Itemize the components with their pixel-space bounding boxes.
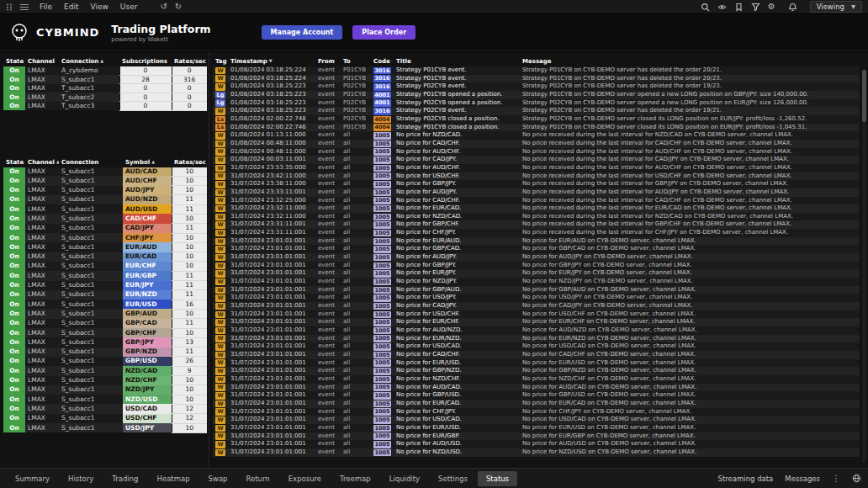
events-col-timestamp[interactable]: Timestamp▼ — [228, 57, 315, 66]
event-row[interactable]: Lg01/08/2024 03:18:25:223eventP01CYB4001… — [213, 91, 860, 99]
subscription-row[interactable]: OnLMAXS_subacc1GBP/CHF10 — [3, 328, 207, 337]
event-row[interactable]: W31/07/2024 23:01:01:001eventall1005No p… — [213, 278, 860, 286]
event-row[interactable]: W31/07/2024 23:01:01:001eventall1005No p… — [213, 440, 860, 448]
place-order-button[interactable]: Place Order — [352, 25, 415, 40]
streaming-data-label[interactable]: Streaming data — [718, 475, 774, 483]
event-row[interactable]: W31/07/2024 23:01:01:001eventall1005No p… — [213, 416, 860, 424]
event-row[interactable]: W31/07/2024 23:01:01:001eventall1005No p… — [213, 432, 860, 441]
event-row[interactable]: W31/07/2024 23:01:01:001eventall1005No p… — [213, 253, 860, 262]
subscription-row[interactable]: OnLMAXS_subacc1USD/CAD12 — [3, 404, 207, 413]
connections-col-channel[interactable]: Channel — [25, 57, 59, 66]
event-row[interactable]: W31/07/2024 23:01:01:001eventall1005No p… — [213, 375, 860, 384]
gear-icon[interactable]: ⚙ — [768, 3, 775, 11]
event-row[interactable]: W31/07/2024 23:01:01:001eventall1005No p… — [213, 310, 860, 319]
subscription-row[interactable]: OnLMAXS_subacc1NZD/CHF10 — [3, 376, 207, 385]
event-row[interactable]: W31/07/2024 23:01:01:001eventall1005No p… — [213, 302, 860, 310]
eye-icon[interactable] — [717, 3, 727, 12]
subscription-row[interactable]: OnLMAXS_subacc1EUR/GBP11 — [3, 271, 207, 280]
connection-row[interactable]: OnLMAXS_subacc128316 — [3, 75, 207, 84]
event-row[interactable]: W31/07/2024 23:01:01:001eventall1005No p… — [213, 262, 860, 270]
subscription-row[interactable]: OnLMAXS_subacc1AUD/USD11 — [3, 204, 207, 214]
globe-icon[interactable] — [852, 474, 861, 483]
event-row[interactable]: W01/08/2024 03:18:25:223eventP02CYB3016S… — [213, 82, 860, 91]
event-row[interactable]: W01/08/2024 00:48:11:000eventall1005No p… — [213, 148, 860, 156]
subscription-row[interactable]: OnLMAXS_subacc1NZD/JPY10 — [3, 385, 207, 395]
event-row[interactable]: W31/07/2024 23:01:01:001eventall1005No p… — [213, 318, 860, 326]
event-row[interactable]: W31/07/2024 23:01:01:001eventall1005No p… — [213, 359, 860, 368]
event-row[interactable]: W31/07/2024 23:01:01:001eventall1005No p… — [213, 245, 860, 253]
event-row[interactable]: W01/08/2024 03:18:25:223eventP02CYB3016S… — [213, 107, 860, 115]
viewing-dropdown[interactable]: Viewing ▾ — [810, 1, 862, 13]
tab-swap[interactable]: Swap — [200, 471, 236, 486]
tab-heatmap[interactable]: Heatmap — [149, 471, 198, 486]
subscription-row[interactable]: OnLMAXS_subacc1EUR/AUD10 — [3, 242, 207, 252]
subscriptions-col-ratessec[interactable]: Rates/sec — [172, 158, 207, 167]
subscription-row[interactable]: OnLMAXS_subacc1USD/JPY10 — [3, 423, 207, 432]
tab-summary[interactable]: Summary — [7, 471, 58, 486]
tab-status[interactable]: Status — [478, 471, 517, 486]
event-row[interactable]: W31/07/2024 23:33:11:001eventall1005No p… — [213, 188, 860, 197]
dots-grid-icon[interactable] — [6, 3, 13, 12]
event-row[interactable]: W31/07/2024 23:01:01:001eventall1005No p… — [213, 408, 860, 416]
tab-treemap[interactable]: Treemap — [331, 471, 379, 486]
connections-col-subscriptions[interactable]: Subscriptions — [119, 57, 172, 66]
subscription-row[interactable]: OnLMAXS_subacc1GBP/AUD10 — [3, 309, 207, 318]
menu-file[interactable]: File — [40, 3, 52, 11]
event-row[interactable]: W31/07/2024 23:32:11:000eventall1005No p… — [213, 213, 860, 221]
bookmark-icon[interactable] — [734, 3, 744, 12]
bell-icon[interactable] — [788, 3, 797, 12]
event-row[interactable]: W31/07/2024 23:32:11:000eventall1005No p… — [213, 204, 860, 213]
connection-row[interactable]: OnLMAXT_subacc200 — [3, 93, 207, 102]
event-row[interactable]: W31/07/2024 23:53:35:000eventall1005No p… — [213, 164, 860, 172]
subscription-row[interactable]: OnLMAXS_subacc1GBP/CAD11 — [3, 319, 207, 328]
event-row[interactable]: W31/07/2024 23:01:01:001eventall1005No p… — [213, 237, 860, 246]
messages-label[interactable]: Messages — [785, 475, 820, 483]
subscription-row[interactable]: OnLMAXS_subacc1EUR/USD16 — [3, 300, 207, 309]
event-row[interactable]: W31/07/2024 23:01:01:001eventall1005No p… — [213, 294, 860, 302]
subscription-row[interactable]: OnLMAXS_subacc1EUR/NZD11 — [3, 290, 207, 300]
hamburger-menu-icon[interactable] — [20, 3, 29, 11]
event-row[interactable]: W01/08/2024 03:18:25:224eventP01CYB3016S… — [213, 75, 860, 83]
event-row[interactable]: W01/08/2024 00:03:11:001eventall1005No p… — [213, 156, 860, 164]
subscription-row[interactable]: OnLMAXS_subacc1GBP/NZD11 — [3, 347, 207, 357]
event-row[interactable]: W31/07/2024 23:31:11:001eventall1005No p… — [213, 229, 860, 237]
tab-settings[interactable]: Settings — [430, 471, 476, 486]
subscriptions-col-state[interactable]: State — [3, 158, 25, 167]
event-row[interactable]: W31/07/2024 23:01:01:001eventall1005No p… — [213, 400, 860, 408]
event-row[interactable]: Ls01/08/2024 02:00:22:746eventP01CYB4004… — [213, 124, 860, 132]
subscription-row[interactable]: OnLMAXS_subacc1AUD/CAD10 — [3, 167, 207, 177]
subscription-row[interactable]: OnLMAXS_subacc1CAD/JPY11 — [3, 224, 207, 233]
events-col-title[interactable]: Title — [394, 57, 520, 66]
menu-user[interactable]: User — [120, 3, 138, 11]
event-row[interactable]: W01/08/2024 03:18:25:224eventP01CYB3016S… — [213, 66, 860, 75]
redo-icon[interactable]: ↻ — [175, 3, 182, 11]
dots-vertical-icon[interactable]: ⋮ — [832, 475, 840, 483]
event-row[interactable]: W31/07/2024 23:01:01:001eventall1005No p… — [213, 326, 860, 335]
subscription-row[interactable]: OnLMAXS_subacc1USD/CHF12 — [3, 414, 207, 423]
event-row[interactable]: W01/08/2024 00:48:11:000eventall1005No p… — [213, 140, 860, 148]
connections-col-connection[interactable]: Connection▲ — [59, 57, 119, 66]
manage-account-button[interactable]: Manage Account — [262, 25, 343, 40]
events-col-code[interactable]: Code — [371, 57, 394, 66]
subscriptions-col-channel[interactable]: Channel▲ — [25, 158, 59, 167]
subscription-row[interactable]: OnLMAXS_subacc1EUR/CHF10 — [3, 262, 207, 271]
subscription-row[interactable]: OnLMAXS_subacc1EUR/CAD10 — [3, 252, 207, 262]
subscriptions-col-symbol[interactable]: Symbol▲ — [123, 158, 172, 167]
event-row[interactable]: W31/07/2024 23:01:01:001eventall1005No p… — [213, 286, 860, 294]
subscription-row[interactable]: OnLMAXS_subacc1NZD/CAD9 — [3, 366, 207, 375]
event-row[interactable]: Lg01/08/2024 03:18:25:223eventP02CYB4001… — [213, 99, 860, 108]
events-col-message[interactable]: Message — [520, 57, 860, 66]
event-row[interactable]: Ls01/08/2024 02:00:22:748eventP02CYB4004… — [213, 115, 860, 124]
tab-return[interactable]: Return — [238, 471, 278, 486]
event-row[interactable]: W31/07/2024 23:01:01:001eventall1005No p… — [213, 351, 860, 359]
connection-row[interactable]: OnLMAXT_subacc100 — [3, 84, 207, 93]
events-scrollbar[interactable] — [862, 69, 866, 463]
event-row[interactable]: W31/07/2024 23:01:01:001eventall1005No p… — [213, 391, 860, 400]
subscription-row[interactable]: OnLMAXS_subacc1GBP/JPY13 — [3, 337, 207, 347]
subscription-row[interactable]: OnLMAXS_subacc1CAD/CHF10 — [3, 214, 207, 223]
event-row[interactable]: W31/07/2024 23:31:11:001eventall1005No p… — [213, 220, 860, 229]
events-col-tag[interactable]: Tag — [213, 57, 228, 66]
event-row[interactable]: W31/07/2024 23:42:11:000eventall1005No p… — [213, 172, 860, 181]
subscription-row[interactable]: OnLMAXS_subacc1NZD/USD10 — [3, 395, 207, 404]
event-row[interactable]: W01/08/2024 01:13:11:000eventall1005No p… — [213, 131, 860, 140]
